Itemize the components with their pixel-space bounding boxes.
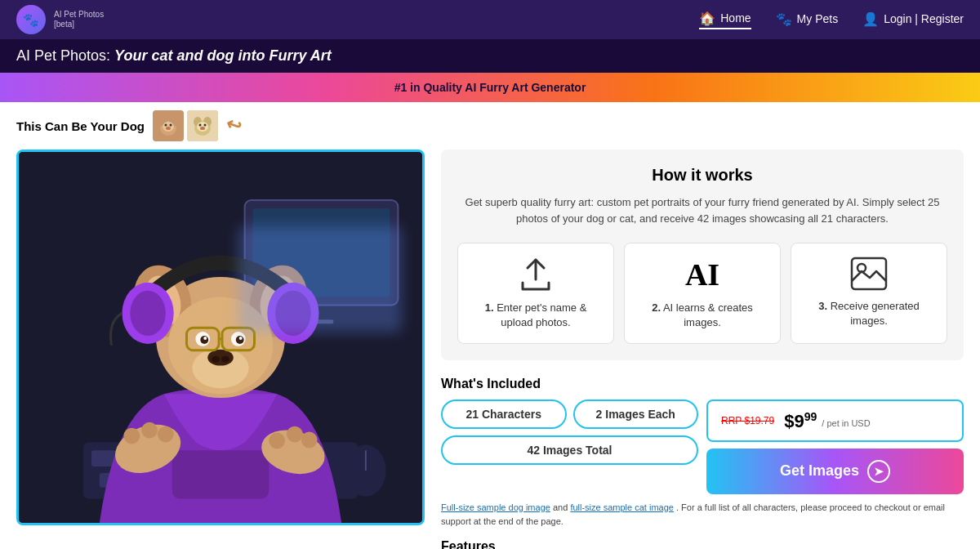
dog-art-image [19, 152, 422, 523]
how-it-works-desc: Get superb quality furry art: custom pet… [457, 194, 947, 226]
step-3-card: 3. Receive generated images. [791, 243, 947, 344]
svg-point-13 [198, 124, 201, 127]
price-main: $999 [784, 411, 822, 431]
svg-point-43 [130, 291, 165, 336]
price-unit: / pet in USD [822, 419, 870, 429]
rrp-price: RRP $19.79 [721, 415, 774, 426]
right-panel: How it works Get superb quality furry ar… [441, 150, 964, 549]
svg-point-48 [207, 350, 234, 366]
get-images-label: Get Images [780, 462, 859, 480]
logo-name: AI Pet Photos [54, 10, 104, 20]
logo-text: AI Pet Photos [beta] [54, 10, 104, 29]
ai-icon: AI [638, 257, 767, 292]
step-2-text: 2. AI learns & creates images. [638, 301, 767, 330]
sample-links-text: Full-size sample dog image and full-size… [441, 501, 964, 529]
characters-badge: 21 Characters [441, 399, 567, 429]
nav-login[interactable]: 👤 Login | Register [862, 11, 964, 29]
step-3-text: 3. Receive generated images. [804, 299, 933, 328]
get-images-button[interactable]: Get Images ➤ [706, 449, 964, 494]
home-icon: 🏠 [699, 11, 715, 26]
images-each-badge: 2 Images Each [573, 399, 699, 429]
total-images-badge: 42 Images Total [441, 435, 698, 465]
logo: 🐾 AI Pet Photos [beta] [16, 5, 104, 34]
how-it-works-section: How it works Get superb quality furry ar… [441, 150, 964, 360]
dog-illustration-svg [19, 152, 422, 523]
svg-point-14 [203, 124, 206, 127]
svg-point-63 [141, 422, 158, 439]
monitor-glow [238, 226, 402, 333]
step-2-card: AI 2. AI learns & creates images. [624, 243, 781, 344]
svg-point-7 [166, 127, 171, 130]
nav-my-pets[interactable]: 🐾 My Pets [776, 11, 839, 29]
svg-point-49 [212, 356, 220, 363]
svg-point-6 [169, 124, 172, 127]
title-prefix: AI Pet Photos: [16, 47, 114, 64]
logo-beta: [beta] [54, 20, 104, 29]
svg-rect-22 [91, 450, 116, 466]
main-content: How it works Get superb quality furry ar… [0, 150, 980, 549]
included-grid: 21 Characters 2 Images Each 42 Images To… [441, 399, 964, 493]
svg-point-65 [269, 433, 285, 449]
badge-row-1: 21 Characters 2 Images Each [441, 399, 698, 429]
step-1-text: 1. Enter pet's name & upload photos. [471, 301, 600, 330]
header: 🐾 AI Pet Photos [beta] 🏠 Home 🐾 My Pets … [0, 0, 980, 39]
whats-included-title: What's Included [441, 377, 964, 391]
pets-icon: 🐾 [776, 11, 792, 27]
arrow-circle-icon: ➤ [867, 460, 890, 483]
banner-text: #1 in Quality AI Furry Art Generator [394, 81, 586, 94]
image-icon [850, 257, 888, 291]
svg-rect-36 [172, 450, 270, 498]
features-section: Features + AI Generated pet portraits fr… [441, 539, 964, 549]
whats-included-section: What's Included 21 Characters 2 Images E… [441, 377, 964, 529]
arrow-icon: ↩ [223, 114, 244, 139]
dog-art-panel [16, 150, 425, 525]
svg-point-67 [301, 432, 318, 449]
svg-point-50 [221, 356, 229, 363]
logo-icon: 🐾 [16, 5, 46, 34]
svg-point-64 [158, 426, 174, 443]
price-box: RRP $19.79 $999 / pet in USD [706, 399, 964, 441]
title-emphasis: Your cat and dog into Furry Art [114, 47, 332, 64]
nav-home-label: Home [720, 11, 751, 25]
svg-point-5 [164, 124, 167, 127]
nav-home[interactable]: 🏠 Home [699, 11, 751, 29]
svg-point-62 [123, 428, 140, 444]
pricing-panel: RRP $19.79 $999 / pet in USD Get Images … [706, 399, 964, 493]
price-display: $999 / pet in USD [784, 409, 871, 431]
badges-panel: 21 Characters 2 Images Each 42 Images To… [441, 399, 698, 493]
nav-login-label: Login | Register [884, 12, 964, 25]
features-title: Features [441, 539, 964, 549]
svg-point-58 [203, 337, 207, 340]
dog-section-label: This Can Be Your Dog [16, 119, 145, 133]
promo-banner: #1 in Quality AI Furry Art Generator [0, 73, 980, 102]
svg-point-15 [200, 127, 205, 130]
dog-thumb-2 [187, 110, 218, 141]
dog-thumb-1 [153, 110, 184, 141]
main-nav: 🏠 Home 🐾 My Pets 👤 Login | Register [699, 11, 964, 29]
upload-icon [519, 257, 552, 292]
svg-point-59 [239, 337, 243, 340]
steps-container: 1. Enter pet's name & upload photos. AI … [457, 243, 947, 344]
dog-section-header: This Can Be Your Dog [0, 102, 980, 150]
svg-point-66 [287, 426, 303, 443]
sample-dog-link[interactable]: Full-size sample dog image [441, 502, 550, 512]
user-icon: 👤 [862, 11, 879, 27]
title-bar: AI Pet Photos: Your cat and dog into Fur… [0, 39, 980, 73]
sample-cat-link[interactable]: full-size sample cat image [570, 502, 674, 512]
svg-rect-68 [852, 258, 886, 289]
dog-thumbnails [153, 110, 218, 141]
nav-my-pets-label: My Pets [797, 12, 839, 25]
how-it-works-title: How it works [457, 166, 947, 185]
step-1-card: 1. Enter pet's name & upload photos. [457, 243, 614, 344]
